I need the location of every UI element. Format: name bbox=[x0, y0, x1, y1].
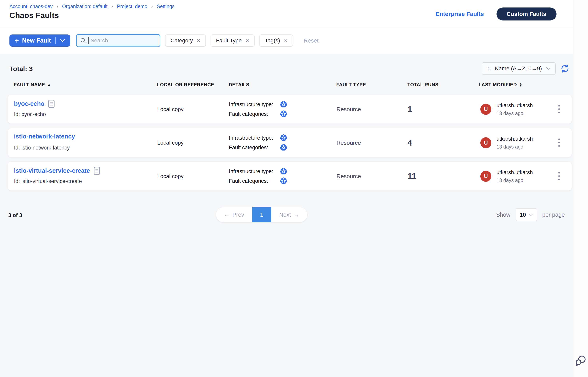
column-header-local-or-reference: LOCAL OR REFERENCE bbox=[157, 82, 214, 87]
breadcrumb: Account: chaos-dev › Organization: defau… bbox=[10, 3, 175, 9]
column-header-total-runs: TOTAL RUNS bbox=[407, 82, 439, 87]
fault-type-value: Resource bbox=[337, 128, 361, 157]
fault-name-link[interactable]: istio-network-latency bbox=[14, 133, 75, 140]
new-fault-button[interactable]: + New Fault bbox=[10, 35, 70, 47]
reset-filters-button[interactable]: Reset bbox=[304, 37, 319, 44]
show-label: Show bbox=[496, 212, 510, 218]
enterprise-faults-link[interactable]: Enterprise Faults bbox=[436, 11, 484, 17]
infrastructure-type-label: Infrastructure type: bbox=[229, 168, 276, 174]
header-actions: Enterprise Faults Custom Faults bbox=[436, 0, 556, 28]
plus-icon: + bbox=[15, 37, 19, 44]
modified-by-user: utkarsh.utkarsh bbox=[497, 136, 533, 142]
chat-bubbles-icon[interactable] bbox=[575, 355, 587, 367]
fault-id: Id: istio-virtual-service-create bbox=[14, 178, 82, 184]
search-icon bbox=[80, 37, 86, 44]
pagination-range: 3 of 3 bbox=[8, 212, 22, 218]
last-modified-cell: U utkarsh.utkarsh 13 days ago bbox=[480, 128, 533, 157]
page-title: Chaos Faults bbox=[10, 11, 59, 20]
fault-categories-label: Fault categories: bbox=[229, 144, 276, 151]
total-runs-value: 11 bbox=[407, 162, 416, 191]
kubernetes-icon bbox=[280, 177, 287, 185]
column-label: TOTAL RUNS bbox=[407, 82, 439, 87]
chaos-faults-page: Account: chaos-dev › Organization: defau… bbox=[0, 0, 588, 377]
total-count: Total: 3 bbox=[10, 65, 33, 73]
chevron-down-icon bbox=[546, 67, 551, 70]
row-menu-button[interactable] bbox=[556, 137, 562, 149]
filter-label: Tag(s) bbox=[265, 37, 280, 44]
arrow-right-icon: → bbox=[294, 212, 299, 218]
breadcrumb-settings[interactable]: Settings bbox=[157, 3, 175, 9]
refresh-button[interactable] bbox=[560, 64, 570, 74]
pagination: ← Prev 1 Next → bbox=[216, 207, 307, 222]
kubernetes-icon bbox=[280, 100, 287, 108]
fault-row-istio-network-latency[interactable]: istio-network-latency Id: istio-network-… bbox=[8, 128, 572, 157]
button-divider bbox=[55, 37, 56, 44]
infrastructure-type-label: Infrastructure type: bbox=[229, 101, 276, 107]
local-or-reference-value: Local copy bbox=[157, 162, 184, 191]
breadcrumb-organization[interactable]: Organization: default bbox=[62, 3, 108, 9]
close-icon[interactable]: × bbox=[197, 38, 200, 44]
column-header-fault-type: FAULT TYPE bbox=[336, 82, 366, 87]
breadcrumb-project[interactable]: Project: demo bbox=[117, 3, 147, 9]
filter-label: Category bbox=[171, 37, 193, 44]
fault-details: Infrastructure type: Fault categories: bbox=[229, 134, 287, 152]
sort-selected-value: Name (A→Z, 0→9) bbox=[495, 65, 542, 72]
fault-row-istio-virtual-service-create[interactable]: istio-virtual-service-create Id: istio-v… bbox=[8, 162, 572, 191]
copy-icon[interactable] bbox=[93, 166, 100, 175]
fault-type-value: Resource bbox=[337, 162, 361, 191]
sort-dropdown[interactable]: ↑↓ Name (A→Z, 0→9) bbox=[482, 62, 556, 75]
total-runs-value: 4 bbox=[407, 128, 412, 157]
fault-categories-label: Fault categories: bbox=[229, 111, 276, 117]
avatar: U bbox=[480, 171, 491, 182]
last-modified-cell: U utkarsh.utkarsh 13 days ago bbox=[480, 95, 533, 124]
page-header: Account: chaos-dev › Organization: defau… bbox=[0, 0, 573, 28]
local-or-reference-value: Local copy bbox=[157, 95, 184, 124]
breadcrumb-separator-icon: › bbox=[57, 4, 58, 9]
close-icon[interactable]: × bbox=[284, 38, 287, 44]
column-label: LAST MODIFIED bbox=[479, 82, 517, 87]
next-page-button[interactable]: Next → bbox=[271, 207, 307, 222]
column-header-details: DETAILS bbox=[229, 82, 249, 87]
column-header-last-modified[interactable]: LAST MODIFIED ▲▼ bbox=[479, 82, 522, 87]
row-menu-button[interactable] bbox=[556, 103, 562, 115]
right-rail bbox=[573, 0, 588, 377]
breadcrumb-account[interactable]: Account: chaos-dev bbox=[10, 3, 53, 9]
sort-arrows-icon: ↑↓ bbox=[487, 65, 490, 72]
arrow-left-icon: ← bbox=[224, 212, 230, 218]
avatar: U bbox=[480, 104, 491, 115]
next-label: Next bbox=[279, 212, 291, 218]
fault-row-byoc-echo[interactable]: byoc-echo Id: byoc-echo Local copy Infra… bbox=[8, 94, 572, 124]
filter-chip-fault-type[interactable]: Fault Type × bbox=[211, 35, 255, 47]
faults-list-section: Total: 3 ↑↓ Name (A→Z, 0→9) FAULT NAME ▲… bbox=[0, 54, 573, 377]
fault-type-value: Resource bbox=[337, 95, 361, 124]
page-size-value: 10 bbox=[520, 212, 526, 218]
filter-chip-tags[interactable]: Tag(s) × bbox=[259, 35, 293, 47]
fault-name-link[interactable]: istio-virtual-service-create bbox=[14, 167, 90, 174]
prev-page-button[interactable]: ← Prev bbox=[216, 207, 252, 222]
custom-faults-button[interactable]: Custom Faults bbox=[497, 8, 556, 21]
modified-time: 13 days ago bbox=[497, 144, 533, 150]
column-label: LOCAL OR REFERENCE bbox=[157, 82, 214, 87]
filter-chip-category[interactable]: Category × bbox=[165, 35, 206, 47]
row-menu-button[interactable] bbox=[556, 170, 562, 182]
search-box[interactable] bbox=[76, 34, 160, 47]
page-size-select[interactable]: 10 bbox=[516, 208, 537, 221]
kubernetes-icon bbox=[280, 110, 287, 118]
search-input[interactable] bbox=[90, 37, 157, 44]
column-header-fault-name[interactable]: FAULT NAME ▲ bbox=[14, 82, 51, 87]
per-page-label: per page bbox=[542, 212, 565, 218]
column-label: DETAILS bbox=[229, 82, 249, 87]
modified-time: 13 days ago bbox=[497, 110, 533, 116]
fault-name-link[interactable]: byoc-echo bbox=[14, 100, 45, 107]
local-or-reference-value: Local copy bbox=[157, 128, 184, 157]
chevron-down-icon[interactable] bbox=[60, 39, 65, 42]
fault-id: Id: istio-network-latency bbox=[14, 145, 70, 151]
text-cursor bbox=[88, 37, 89, 44]
kubernetes-icon bbox=[280, 144, 287, 152]
total-runs-value: 1 bbox=[407, 95, 412, 124]
modified-time: 13 days ago bbox=[497, 177, 533, 183]
page-number-active[interactable]: 1 bbox=[252, 207, 271, 222]
close-icon[interactable]: × bbox=[246, 38, 249, 44]
copy-icon[interactable] bbox=[48, 99, 55, 108]
sort-asc-icon: ▲ bbox=[47, 83, 51, 87]
